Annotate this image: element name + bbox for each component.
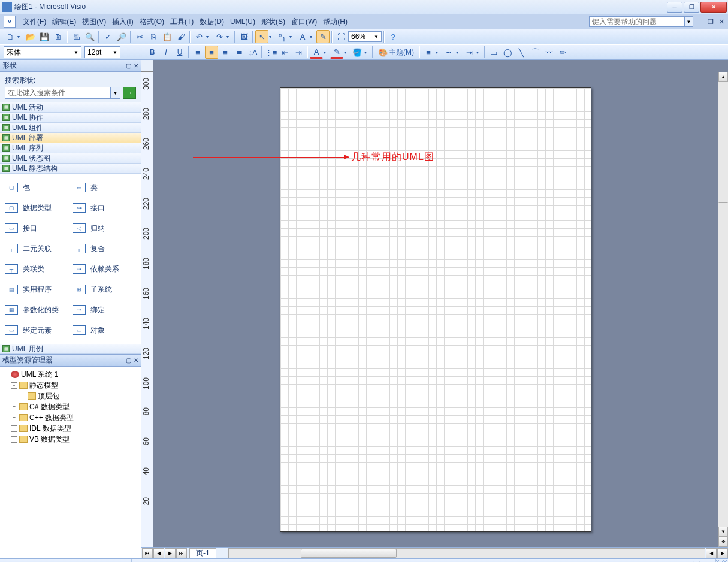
publish-button[interactable]: 🗎 [52, 30, 65, 43]
text-tool-button[interactable]: A [296, 30, 309, 43]
shape-item[interactable]: ▤实用程序 [0, 279, 68, 300]
underline-button[interactable]: U [173, 46, 186, 59]
expand-icon[interactable]: + [11, 404, 17, 410]
hscroll-right-icon[interactable]: ▶ [717, 548, 728, 558]
undo-dropdown-icon[interactable]: ▾ [206, 34, 212, 40]
decrease-indent-button[interactable]: ⇤ [278, 46, 291, 59]
tree-node[interactable]: 顶层包 [2, 391, 138, 401]
menu-shapes[interactable]: 形状(S) [259, 16, 288, 28]
tree-node[interactable]: +IDL 数据类型 [2, 423, 138, 434]
format-painter-button[interactable]: 🖌 [174, 30, 188, 43]
mdi-minimize-button[interactable]: _ [696, 17, 704, 26]
first-page-button[interactable]: ⏮ [142, 548, 153, 558]
new-dropdown-icon[interactable]: ▾ [17, 34, 23, 40]
scroll-up-icon[interactable]: ▲ [718, 72, 728, 82]
shape-search-go-button[interactable]: → [123, 87, 136, 99]
font-size-select[interactable]: 12pt▼ [84, 46, 120, 58]
tree-node[interactable]: UML 系统 1 [2, 369, 138, 380]
resize-grip-icon[interactable] [716, 560, 727, 563]
shape-item[interactable]: ▭接口 [0, 218, 68, 238]
menu-window[interactable]: 窗口(W) [289, 16, 319, 28]
arc-tool-button[interactable]: ⌒ [528, 46, 542, 59]
rectangle-tool-button[interactable]: ▭ [487, 46, 500, 59]
research-button[interactable]: 🔎 [115, 30, 128, 43]
scroll-pan-icon[interactable]: ✥ [718, 537, 728, 547]
close-button[interactable]: ✕ [700, 2, 727, 13]
ellipse-tool-button[interactable]: ◯ [501, 46, 514, 59]
spelling-button[interactable]: ✓ [101, 30, 114, 43]
align-justify-button[interactable]: ≣ [232, 46, 246, 59]
shape-item[interactable]: ┬关联类 [0, 259, 68, 279]
shape-search-input[interactable] [5, 87, 111, 99]
help-dropdown-icon[interactable]: ▼ [685, 16, 693, 27]
drawing-page[interactable] [280, 87, 591, 532]
help-search-input[interactable] [589, 16, 685, 27]
print-button[interactable]: 🖶 [70, 30, 83, 43]
bold-button[interactable]: B [146, 46, 159, 59]
vertical-text-button[interactable]: ↕A [246, 46, 259, 59]
hscroll-thumb[interactable] [301, 549, 397, 558]
stencil-item[interactable]: ▦UML 活动 [0, 102, 141, 113]
expand-icon[interactable]: + [11, 415, 17, 421]
scroll-thumb[interactable] [718, 202, 728, 203]
shape-item[interactable]: ⊶接口 [68, 198, 135, 218]
save-button[interactable]: 💾 [38, 30, 51, 43]
menu-data[interactable]: 数据(D) [197, 16, 226, 28]
model-pin-icon[interactable]: ▢ [126, 357, 131, 364]
line-color-button[interactable]: ✎ [330, 46, 343, 59]
font-select[interactable]: 宋体▼ [4, 46, 81, 58]
connector-dropdown-icon[interactable]: ▾ [289, 34, 295, 40]
expand-icon[interactable]: + [11, 425, 17, 432]
page-tab[interactable]: 页-1 [189, 548, 216, 558]
font-color-button[interactable]: A [310, 46, 323, 59]
text-dropdown-icon[interactable]: ▾ [310, 34, 316, 40]
menu-insert[interactable]: 插入(I) [110, 16, 135, 28]
undo-button[interactable]: ↶ [192, 30, 206, 43]
menu-format[interactable]: 格式(O) [137, 16, 167, 28]
next-page-button[interactable]: ▶ [165, 548, 176, 558]
scroll-down-icon[interactable]: ▼ [718, 527, 728, 537]
cut-button[interactable]: ✂ [133, 30, 146, 43]
shape-item[interactable]: ▭对象 [68, 320, 135, 340]
menu-uml[interactable]: UML(U) [228, 16, 258, 27]
last-page-button[interactable]: ⏭ [176, 548, 187, 558]
tree-node[interactable]: +C# 数据类型 [2, 401, 138, 412]
minimize-button[interactable]: ─ [667, 2, 682, 13]
prev-page-button[interactable]: ◀ [153, 548, 164, 558]
align-left-button[interactable]: ≡ [191, 46, 204, 59]
pointer-dropdown-icon[interactable]: ▾ [269, 34, 275, 40]
ink-tool-button[interactable]: ✎ [316, 30, 330, 43]
tree-node[interactable]: +C++ 数据类型 [2, 412, 138, 423]
menu-tools[interactable]: 工具(T) [168, 16, 196, 28]
connector-tool-button[interactable]: ⁰╮ [276, 30, 289, 43]
stencil-item[interactable]: ▦UML 部署 [0, 133, 141, 143]
tree-node[interactable]: +VB 数据类型 [2, 434, 138, 445]
shape-item[interactable]: ▢数据类型 [0, 198, 68, 218]
stencil-item[interactable]: ▦UML 状态图 [0, 153, 141, 164]
mdi-close-button[interactable]: ✕ [717, 17, 726, 26]
theme-button[interactable]: 🎨主题(M) [375, 46, 417, 59]
freeform-tool-button[interactable]: 〰 [542, 46, 555, 59]
redo-dropdown-icon[interactable]: ▾ [226, 34, 232, 40]
zoom-select[interactable]: 66%▼ [348, 31, 382, 42]
expand-icon[interactable]: - [11, 382, 17, 389]
line-tool-button[interactable]: ╲ [515, 46, 528, 59]
line-pattern-button[interactable]: ┅ [442, 46, 455, 59]
menu-file[interactable]: 文件(F) [20, 16, 49, 28]
model-close-icon[interactable]: ✕ [134, 357, 138, 364]
shapes-pin-icon[interactable]: ▢ [126, 62, 131, 69]
shape-item[interactable]: ┐复合 [68, 238, 135, 259]
stencil-item[interactable]: ▦UML 序列 [0, 143, 141, 153]
stencil-item[interactable]: ▦UML 协作 [0, 113, 141, 123]
shape-item[interactable]: ⊞子系统 [68, 279, 135, 300]
stencil-item[interactable]: ▦UML 组件 [0, 123, 141, 133]
increase-indent-button[interactable]: ⇥ [292, 46, 305, 59]
shape-item[interactable]: ◁归纳 [68, 218, 135, 238]
bullets-button[interactable]: ⋮≡ [264, 46, 277, 59]
stencil-footer[interactable]: ▦UML 用例 [0, 344, 141, 354]
vertical-scrollbar[interactable]: ▲ ▼ ✥ [718, 72, 728, 547]
italic-button[interactable]: I [159, 46, 173, 59]
shape-item[interactable]: ▢包 [0, 177, 68, 198]
new-button[interactable]: 🗋 [4, 30, 17, 43]
shape-item[interactable]: ▭绑定元素 [0, 320, 68, 340]
